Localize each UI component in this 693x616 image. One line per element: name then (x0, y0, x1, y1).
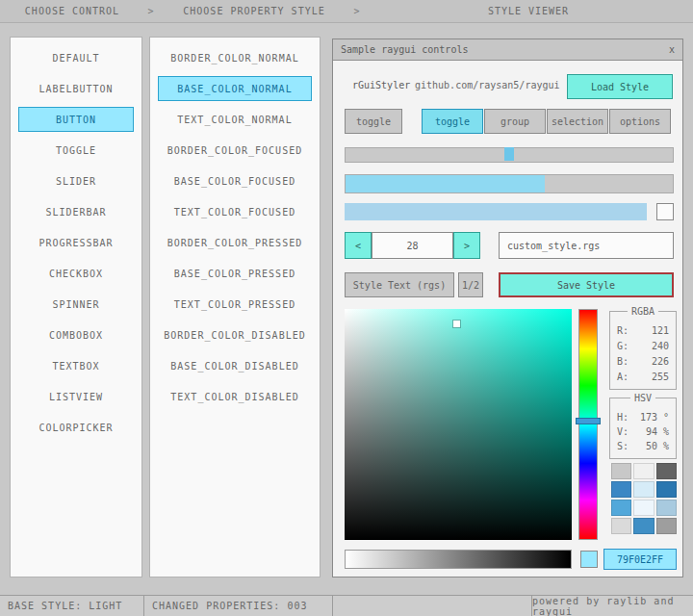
slider-handle[interactable] (504, 147, 514, 161)
list-item-default[interactable]: DEFAULT (18, 45, 134, 70)
style-viewer-window: Sample raygui controls x rGuiStyler gith… (332, 38, 683, 578)
rgba-b-value: 226 (652, 354, 669, 370)
progress-bar-fill (346, 175, 545, 192)
rgba-row-r: R: 121 (617, 323, 669, 339)
hue-bar[interactable] (578, 309, 598, 540)
pager-button[interactable]: 1/2 (458, 272, 483, 297)
breadcrumb-header: CHOOSE CONTROL > CHOOSE PROPERTY STYLE >… (0, 0, 693, 23)
hsv-h-value: 173 ° (640, 410, 669, 424)
list-item-spinner[interactable]: SPINNER (18, 292, 134, 317)
hsv-row-s: S: 50 % (617, 439, 669, 453)
hue-bar-cursor[interactable] (576, 418, 601, 424)
save-style-button[interactable]: Save Style (499, 272, 674, 297)
spinner-increment-button[interactable]: > (453, 232, 480, 259)
hsv-s-label: S: (617, 439, 629, 453)
rgba-row-g: G: 240 (617, 339, 669, 354)
window-titlebar[interactable]: Sample raygui controls x (333, 39, 682, 61)
spinner-decrement-button[interactable]: < (345, 232, 372, 259)
prop-item-text-color-focused[interactable]: TEXT_COLOR_FOCUSED (158, 199, 312, 224)
sample-sliderbar[interactable] (345, 203, 647, 220)
hex-value-field[interactable]: 79F0E2FF (603, 549, 677, 570)
value-gradient-bar[interactable] (345, 550, 572, 569)
close-icon[interactable]: x (661, 39, 682, 61)
palette-swatch[interactable] (656, 518, 677, 534)
load-style-button[interactable]: Load Style (567, 74, 673, 99)
list-item-button[interactable]: BUTTON (18, 107, 134, 132)
spinner-value[interactable]: 28 (372, 232, 453, 259)
toggle-group-group[interactable]: group (484, 109, 546, 134)
hsv-title: HSV (630, 393, 655, 403)
list-item-labelbutton[interactable]: LABELBUTTON (18, 76, 134, 101)
prop-item-text-color-normal[interactable]: TEXT_COLOR_NORMAL (158, 107, 312, 132)
hsv-groupbox: HSV H: 173 ° V: 94 % S: 50 % (609, 398, 677, 459)
rgba-row-b: B: 226 (617, 354, 669, 370)
prop-item-border-color-focused[interactable]: BORDER_COLOR_FOCUSED (158, 138, 312, 163)
hsv-v-value: 94 % (646, 424, 669, 439)
list-item-progressbar[interactable]: PROGRESSBAR (18, 230, 134, 255)
sv-square[interactable] (345, 309, 572, 540)
toggle-group-selection[interactable]: selection (547, 109, 608, 134)
color-picker-cursor[interactable] (453, 321, 460, 327)
toggle-group-toggle[interactable]: toggle (422, 109, 483, 134)
toggle-group-options[interactable]: options (609, 109, 671, 134)
hsv-v-label: V: (617, 424, 629, 439)
palette-swatch[interactable] (633, 481, 654, 498)
filename-textbox[interactable]: custom_style.rgs (499, 232, 674, 259)
prop-item-base-color-disabled[interactable]: BASE_COLOR_DISABLED (158, 353, 312, 378)
prop-item-border-color-pressed[interactable]: BORDER_COLOR_PRESSED (158, 230, 312, 255)
header-style-viewer: STYLE VIEWER (364, 6, 693, 16)
rgba-r-value: 121 (652, 323, 669, 339)
rgba-b-label: B: (617, 354, 629, 370)
prop-item-border-color-normal[interactable]: BORDER_COLOR_NORMAL (158, 45, 312, 70)
rgba-r-label: R: (617, 323, 629, 339)
style-text-button[interactable]: Style Text (rgs) (345, 272, 454, 297)
properties-list-panel: BORDER_COLOR_NORMAL BASE_COLOR_NORMAL TE… (149, 37, 321, 578)
chevron-right-icon: > (144, 6, 158, 16)
palette-swatch[interactable] (611, 518, 631, 534)
palette-swatch[interactable] (633, 518, 654, 534)
palette-swatch[interactable] (633, 500, 654, 516)
palette-swatch[interactable] (656, 500, 677, 516)
palette-swatch[interactable] (611, 500, 631, 516)
hsv-h-label: H: (617, 410, 629, 424)
status-powered-by: powered by raylib and raygui (531, 596, 693, 616)
window-title: Sample raygui controls (333, 44, 468, 55)
toggle-button[interactable]: toggle (345, 109, 402, 134)
prop-item-base-color-focused[interactable]: BASE_COLOR_FOCUSED (158, 168, 312, 193)
repo-link[interactable]: github.com/raysan5/raygui (415, 80, 560, 90)
current-color-swatch[interactable] (580, 551, 598, 568)
sample-progress-bar (345, 174, 674, 193)
header-choose-property-style: CHOOSE PROPERTY STYLE (158, 6, 350, 16)
list-item-sliderbar[interactable]: SLIDERBAR (18, 199, 134, 224)
rgba-a-label: A: (617, 370, 629, 385)
header-choose-control: CHOOSE CONTROL (0, 6, 144, 16)
sample-slider[interactable] (345, 147, 674, 163)
list-item-listview[interactable]: LISTVIEW (18, 384, 134, 409)
rgba-title: RGBA (628, 306, 658, 317)
prop-item-border-color-disabled[interactable]: BORDER_COLOR_DISABLED (158, 322, 312, 347)
prop-item-base-color-pressed[interactable]: BASE_COLOR_PRESSED (158, 261, 312, 286)
status-bar: BASE STYLE: LIGHT CHANGED PROPERTIES: 00… (0, 595, 693, 616)
status-base-style: BASE STYLE: LIGHT (0, 596, 144, 616)
palette-swatch[interactable] (656, 481, 677, 498)
prop-item-text-color-pressed[interactable]: TEXT_COLOR_PRESSED (158, 292, 312, 317)
hsv-row-v: V: 94 % (617, 424, 669, 439)
palette-swatch[interactable] (611, 481, 631, 498)
rgba-g-value: 240 (652, 339, 669, 354)
palette-swatch[interactable] (611, 463, 631, 479)
prop-item-base-color-normal[interactable]: BASE_COLOR_NORMAL (158, 76, 312, 101)
chevron-right-icon: > (350, 6, 364, 16)
rgba-groupbox: RGBA R: 121 G: 240 B: 226 A: 255 (609, 311, 677, 390)
palette-swatch[interactable] (633, 463, 654, 479)
list-item-toggle[interactable]: TOGGLE (18, 138, 134, 163)
palette-swatch[interactable] (656, 463, 677, 479)
hsv-s-value: 50 % (646, 439, 669, 453)
sample-checkbox[interactable] (656, 203, 674, 220)
list-item-checkbox[interactable]: CHECKBOX (18, 261, 134, 286)
list-item-combobox[interactable]: COMBOBOX (18, 322, 134, 347)
list-item-slider[interactable]: SLIDER (18, 168, 134, 193)
list-item-colorpicker[interactable]: COLORPICKER (18, 415, 134, 440)
prop-item-text-color-disabled[interactable]: TEXT_COLOR_DISABLED (158, 384, 312, 409)
list-item-textbox[interactable]: TEXTBOX (18, 353, 134, 378)
controls-list-panel: DEFAULT LABELBUTTON BUTTON TOGGLE SLIDER… (10, 37, 142, 578)
